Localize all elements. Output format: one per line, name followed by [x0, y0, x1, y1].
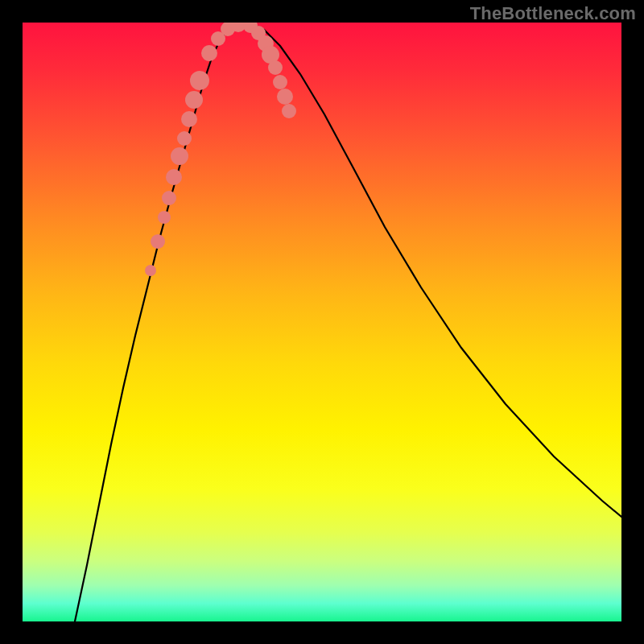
chart-frame: TheBottleneck.com [0, 0, 644, 644]
curve-marker [273, 75, 287, 89]
watermark-text: TheBottleneck.com [470, 3, 636, 24]
curve-marker [166, 169, 182, 185]
curve-marker [162, 191, 176, 205]
curve-marker [190, 71, 209, 90]
curve-marker [268, 60, 283, 75]
curve-marker [151, 234, 165, 249]
chart-svg [23, 23, 621, 621]
curve-marker [171, 147, 188, 165]
curve-marker [181, 111, 197, 127]
curve-marker [177, 131, 192, 146]
curve-marker [282, 104, 296, 118]
plot-area [23, 23, 621, 621]
curve-marker [145, 265, 156, 276]
curve-marker [277, 89, 293, 105]
bottleneck-curve [75, 24, 621, 621]
curve-marker [201, 45, 217, 61]
curve-marker [185, 91, 203, 109]
curve-marker [158, 211, 171, 224]
marker-group [145, 23, 296, 276]
